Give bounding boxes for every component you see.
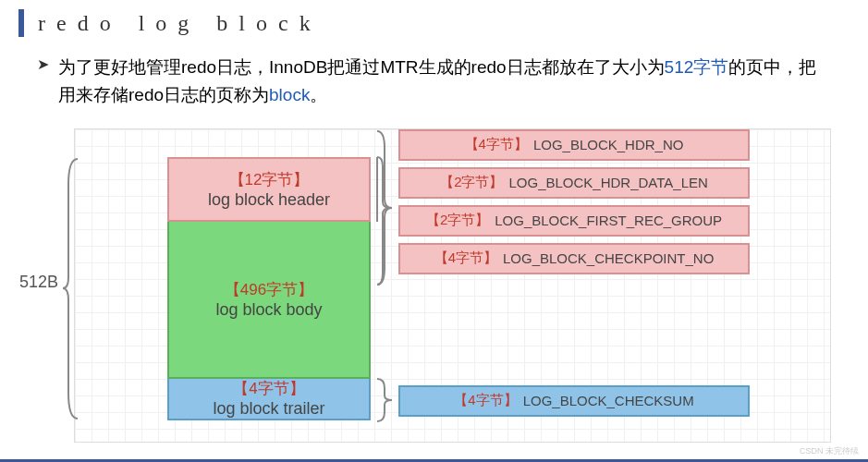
block-stack: 【12字节】 log block header 【496字节】 log bloc… [167,157,371,420]
arrow-icon: ➤ [37,55,49,73]
hdr-no-name: LOG_BLOCK_HDR_NO [533,137,684,152]
right-brace-header-icon [375,129,394,286]
body-label: log block body [215,300,322,320]
detail-checkpoint: 【4字节】LOG_BLOCK_CHECKPOINT_NO [398,243,750,274]
checkpoint-name: LOG_BLOCK_CHECKPOINT_NO [503,250,714,266]
hdr-len-name: LOG_BLOCK_HDR_DATA_LEN [508,175,707,190]
first-rec-size: 【2字节】 [426,212,489,229]
bullet-text: 为了更好地管理redo日志，InnoDB把通过MTR生成的redo日志都放在了大… [58,54,831,110]
hdr-len-size: 【2字节】 [440,174,503,191]
detail-hdr-no: 【4字节】LOG_BLOCK_HDR_NO [398,129,750,161]
left-brace-icon [61,157,79,420]
header-size: 【12字节】 [229,169,310,190]
block-trailer: 【4字节】 log block trailer [167,379,371,420]
first-rec-name: LOG_BLOCK_FIRST_REC_GROUP [495,213,722,228]
block-header: 【12字节】 log block header [167,157,371,222]
page-title: redo log block [38,11,322,36]
trailer-size: 【4字节】 [233,378,304,399]
trailer-details: 【4字节】LOG_BLOCK_CHECKSUM [398,385,750,423]
total-size-label: 512B [19,273,58,292]
hdr-no-size: 【4字节】 [465,136,528,153]
checksum-name: LOG_BLOCK_CHECKSUM [523,393,694,408]
highlight-block: block [269,85,310,104]
title-bar: redo log block [0,0,868,37]
watermark: CSDN 未完待续 [800,445,859,457]
highlight-512: 512字节 [665,57,729,77]
bullet-part3: 。 [310,85,327,104]
body-size: 【496字节】 [225,279,313,300]
detail-checksum: 【4字节】LOG_BLOCK_CHECKSUM [398,385,750,417]
checksum-size: 【4字节】 [454,392,517,409]
header-details: 【4字节】LOG_BLOCK_HDR_NO 【2字节】LOG_BLOCK_HDR… [398,129,750,281]
block-body: 【496字节】 log block body [167,222,371,379]
checkpoint-size: 【4字节】 [434,249,497,267]
detail-first-rec: 【2字节】LOG_BLOCK_FIRST_REC_GROUP [398,205,750,237]
diagram: 512B 【12字节】 log block header 【496字节】 log… [74,128,831,443]
header-label: log block header [208,190,330,210]
trailer-label: log block trailer [213,399,324,419]
title-accent [18,9,24,37]
bullet-part1: 为了更好地管理redo日志，InnoDB把通过MTR生成的redo日志都放在了大… [58,57,665,77]
detail-hdr-data-len: 【2字节】LOG_BLOCK_HDR_DATA_LEN [398,167,750,199]
right-brace-trailer-icon [375,377,394,423]
bullet-section: ➤ 为了更好地管理redo日志，InnoDB把通过MTR生成的redo日志都放在… [0,37,868,119]
bullet-row: ➤ 为了更好地管理redo日志，InnoDB把通过MTR生成的redo日志都放在… [37,54,831,110]
